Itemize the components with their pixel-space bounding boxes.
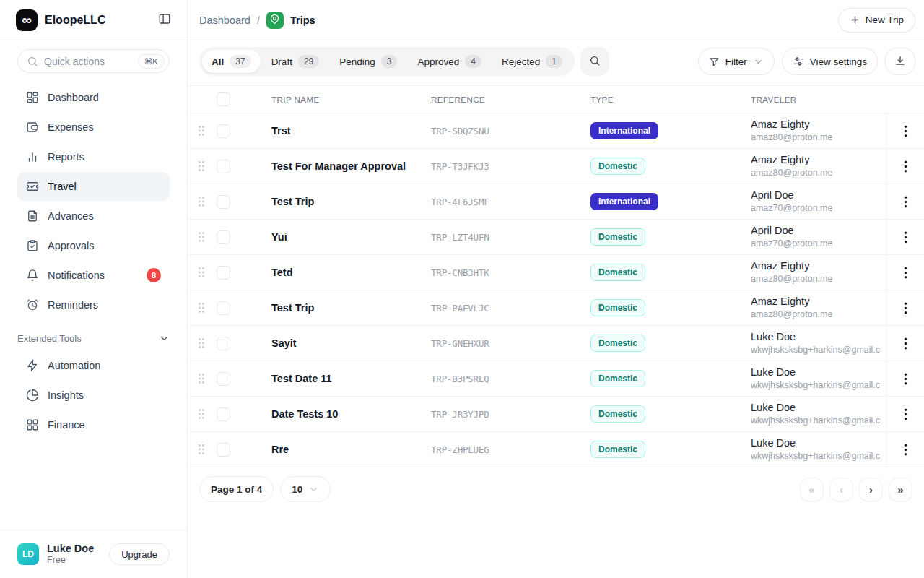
drag-handle[interactable] (195, 125, 217, 137)
drag-handle[interactable] (195, 444, 217, 455)
tab-pending[interactable]: Pending3 (330, 50, 406, 73)
app-logo: ∞ (16, 9, 38, 31)
sidebar-item-notifications[interactable]: Notifications8 (17, 261, 170, 290)
sidebar-item-reminders[interactable]: Reminders (17, 290, 170, 319)
row-menu-button[interactable] (899, 404, 912, 425)
trip-name[interactable]: Test Trip (271, 302, 431, 314)
row-menu-button[interactable] (899, 333, 912, 354)
trip-name[interactable]: Rre (271, 444, 431, 455)
row-menu-button[interactable] (899, 439, 912, 460)
document-icon (26, 210, 39, 223)
sidebar-item-expenses[interactable]: Expenses (17, 113, 170, 142)
sidebar-item-travel[interactable]: Travel (17, 172, 170, 201)
row-checkbox[interactable] (217, 301, 230, 315)
sidebar-item-approvals[interactable]: Approvals (17, 231, 170, 260)
sidebar-item-dashboard[interactable]: Dashboard (17, 83, 170, 112)
row-actions-cell (886, 255, 924, 290)
prev-page-button[interactable]: ‹ (829, 478, 853, 501)
trip-name[interactable]: Tetd (271, 267, 431, 278)
tab-label: Pending (339, 56, 375, 67)
trip-type-badge: International (590, 122, 658, 139)
view-settings-button[interactable]: View settings (782, 48, 878, 75)
infinity-logo-icon: ∞ (22, 13, 32, 27)
trip-reference: TRP-CNB3HTK (431, 267, 590, 278)
sidebar: ∞ EloopeLLC Quick actions ⌘K DashboardEx… (0, 0, 188, 578)
drag-handle[interactable] (195, 337, 217, 349)
trip-name[interactable]: Test Date 11 (271, 373, 431, 384)
sidebar-item-automation[interactable]: Automation (17, 351, 170, 380)
tab-approved[interactable]: Approved4 (408, 50, 490, 73)
drag-handle[interactable] (195, 373, 217, 384)
sidebar-section-extended-tools[interactable]: Extended Tools (17, 333, 170, 344)
drag-handle[interactable] (195, 160, 217, 172)
bell-icon (26, 269, 39, 282)
drag-handle[interactable] (195, 408, 217, 420)
trip-name[interactable]: Date Tests 10 (271, 408, 431, 420)
funnel-icon (709, 56, 720, 67)
upgrade-button[interactable]: Upgrade (109, 543, 170, 565)
sidebar-item-finance[interactable]: Finance (17, 410, 170, 439)
row-checkbox[interactable] (217, 337, 230, 350)
trip-name[interactable]: Yui (271, 231, 431, 243)
row-checkbox[interactable] (217, 443, 230, 457)
row-checkbox[interactable] (217, 266, 230, 280)
row-menu-button[interactable] (899, 227, 912, 248)
drag-handle[interactable] (195, 267, 217, 278)
sidebar-item-advances[interactable]: Advances (17, 202, 170, 230)
drag-handle[interactable] (195, 302, 217, 314)
sidebar-collapse-button[interactable] (157, 11, 173, 29)
drag-handle[interactable] (195, 231, 217, 243)
trip-name[interactable]: Trst (271, 125, 431, 137)
first-page-button[interactable]: « (800, 478, 824, 501)
row-menu-button[interactable] (899, 156, 912, 177)
row-checkbox[interactable] (217, 160, 230, 173)
page-indicator[interactable]: Page 1 of 4 (199, 476, 274, 502)
quick-actions-search[interactable]: Quick actions ⌘K (17, 49, 170, 73)
last-page-button[interactable]: » (889, 478, 912, 501)
row-checkbox[interactable] (217, 230, 230, 244)
row-menu-button[interactable] (899, 121, 912, 142)
sidebar-item-reports[interactable]: Reports (17, 142, 170, 171)
column-header-reference: REFERENCE (431, 95, 590, 104)
export-download-button[interactable] (885, 48, 915, 75)
trip-name[interactable]: Sayit (271, 337, 431, 349)
page-size-select[interactable]: 10 (280, 476, 331, 502)
filter-button[interactable]: Filter (698, 48, 775, 75)
trip-type-badge: Domestic (590, 264, 645, 281)
row-checkbox[interactable] (217, 407, 230, 421)
new-trip-button[interactable]: New Trip (838, 8, 915, 33)
sidebar-item-insights[interactable]: Insights (17, 381, 170, 410)
main-content: Dashboard / Trips New Trip All37Draft29P… (188, 0, 924, 578)
drag-handle[interactable] (195, 196, 217, 207)
section-label: Extended Tools (17, 333, 82, 344)
table-search-button[interactable] (580, 47, 609, 76)
trip-type-cell: Domestic (590, 228, 751, 246)
row-checkbox[interactable] (217, 124, 230, 138)
plus-icon (850, 14, 860, 25)
traveler-cell: Luke Doewkwjhsksksbg+harkins@gmail.c (751, 401, 886, 426)
trip-name[interactable]: Test For Manager Approval (271, 160, 431, 172)
row-checkbox[interactable] (217, 195, 230, 209)
row-menu-button[interactable] (899, 298, 912, 319)
tab-rejected[interactable]: Rejected1 (492, 50, 572, 73)
tab-all[interactable]: All37 (202, 50, 261, 73)
grid-icon (26, 418, 39, 431)
avatar[interactable]: LD (17, 543, 39, 565)
tab-label: All (212, 56, 224, 67)
breadcrumb-dashboard[interactable]: Dashboard (199, 14, 250, 26)
keyboard-shortcut-badge: ⌘K (138, 54, 165, 69)
app-title: EloopeLLC (45, 14, 157, 27)
trip-type-cell: Domestic (590, 335, 751, 352)
select-all-checkbox[interactable] (217, 92, 230, 106)
tab-draft[interactable]: Draft29 (262, 50, 329, 73)
row-actions-cell (886, 432, 924, 467)
trips-pin-icon (266, 12, 284, 29)
next-page-button[interactable]: › (859, 478, 883, 501)
alarm-clock-icon (26, 298, 39, 311)
row-menu-button[interactable] (899, 262, 912, 283)
row-checkbox-cell (217, 301, 271, 315)
row-menu-button[interactable] (899, 368, 912, 389)
row-checkbox[interactable] (217, 372, 230, 386)
row-menu-button[interactable] (899, 191, 912, 212)
trip-name[interactable]: Test Trip (271, 196, 431, 207)
